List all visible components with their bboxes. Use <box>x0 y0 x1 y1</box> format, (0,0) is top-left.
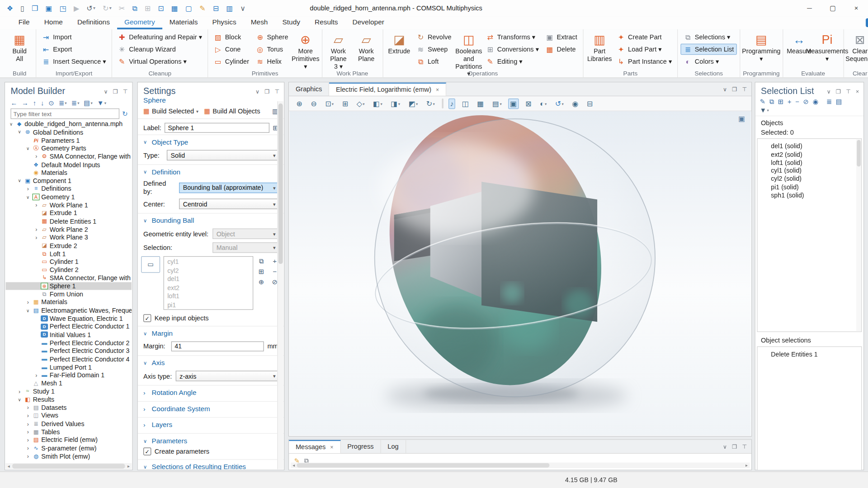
create-part-button[interactable]: ✦Create Part <box>614 32 675 42</box>
float-panel-icon[interactable]: ❐ <box>732 86 737 92</box>
section-rotation-angle[interactable]: ›Rotation Angle <box>138 385 284 399</box>
section-parameters[interactable]: ∨Parameters <box>138 434 284 447</box>
delete-icon[interactable]: ▦▾ <box>171 5 178 12</box>
copy-selection-icon[interactable]: ⧉ <box>257 257 266 265</box>
maximize-button[interactable]: ▢ <box>821 0 844 17</box>
export-button[interactable]: ⇤Export <box>39 44 108 55</box>
expander-icon[interactable] <box>17 397 22 402</box>
expander-icon[interactable] <box>33 154 39 160</box>
measurements-button[interactable]: PiMeasurements ▾ <box>814 31 840 68</box>
build-all-button[interactable]: ▦Build All <box>6 31 33 68</box>
load-part-button[interactable]: ✦Load Part ▾ <box>614 44 675 55</box>
copy-icon[interactable]: ⧉ <box>769 99 774 105</box>
tree-item[interactable]: ↳ SMA Connector, Flange with <box>5 274 132 282</box>
cone-button[interactable]: ▷Cone <box>211 44 252 55</box>
expander-icon[interactable] <box>33 235 39 240</box>
expander-icon[interactable] <box>33 202 39 208</box>
object-list-item[interactable]: loft1 (solid) <box>758 159 862 167</box>
pin-panel-icon[interactable]: ⊤ <box>846 88 851 94</box>
go-to-default-view-icon[interactable]: ◇▾ <box>355 98 366 108</box>
tab-home[interactable]: Home <box>37 17 70 29</box>
grid-icon[interactable]: ▦▾ <box>476 98 486 108</box>
tree-item[interactable]: ▭ Cylinder 2 <box>5 266 132 274</box>
tree-item[interactable]: ≡ Definitions <box>5 185 132 193</box>
undo-icon[interactable]: ↺▾ <box>86 5 95 12</box>
view-zx-icon[interactable]: ◩▾ <box>407 98 420 108</box>
collapse-panel-icon[interactable]: ∨ <box>827 88 831 94</box>
selection-object-list[interactable]: cyl1cyl2del1ext2loft1pi1 <box>164 256 254 310</box>
expander-icon[interactable] <box>25 308 31 313</box>
close-panel-icon[interactable]: × <box>856 88 859 94</box>
filter-icon[interactable]: ▼▾ <box>97 99 106 106</box>
expander-icon[interactable] <box>33 226 39 232</box>
pin-panel-icon[interactable]: ⊤ <box>742 86 747 92</box>
expander-icon[interactable] <box>25 445 31 451</box>
tree-item[interactable]: A Geometry 1 <box>5 193 132 201</box>
selection-object-item[interactable]: cyl1 <box>167 258 249 267</box>
tab-results[interactable]: Results <box>307 17 345 29</box>
view-xy-icon[interactable]: ◧▾ <box>371 98 384 108</box>
tree-item[interactable]: ▤ Datasets <box>5 404 132 412</box>
cut-icon[interactable]: ✂▾ <box>119 5 125 12</box>
camera-icon[interactable]: ◉▾ <box>571 98 580 108</box>
lock-icon[interactable]: ⊠▾ <box>524 98 533 108</box>
zoom-extents-icon[interactable]: ⊡▾ <box>323 98 335 108</box>
tree-item[interactable]: ⊛ Global Definitions <box>5 128 132 136</box>
collapse-all-icon[interactable]: ≣▾ <box>71 99 79 106</box>
open-icon[interactable]: ❒▾ <box>32 5 38 12</box>
collapse-panel-icon[interactable]: ∨ <box>723 86 727 92</box>
paste-icon[interactable]: ⊞ <box>778 99 783 105</box>
section-definition[interactable]: ∨Definition <box>138 165 284 178</box>
import-button[interactable]: ⇥Import <box>39 32 108 42</box>
label-input[interactable] <box>165 123 269 133</box>
tree-item[interactable]: ▧ Electric Field (emw) <box>5 436 132 444</box>
run-icon[interactable]: ▶▾ <box>74 5 79 12</box>
expander-icon[interactable] <box>25 429 31 435</box>
tree-item[interactable]: ▬ Perfect Electric Conductor 3 <box>5 347 132 355</box>
object-list-item[interactable]: cyl1 (solid) <box>758 167 862 175</box>
programming-button[interactable]: ▤Programming ▾ <box>743 31 779 68</box>
tab-materials[interactable]: Materials <box>162 17 205 29</box>
active-selection-toggle[interactable]: ▭ <box>141 256 160 273</box>
zoom-to-selection-icon[interactable]: ⊕ <box>257 278 266 286</box>
section-bounding-ball[interactable]: ∨Bounding Ball <box>138 214 284 227</box>
colors-button[interactable]: ◐Colors ▾ <box>681 56 737 67</box>
preview-icon[interactable]: ⊟▾ <box>213 5 219 12</box>
graphics-canvas[interactable]: ▣ <box>289 111 750 436</box>
horizontal-scrollbar[interactable]: ◂▸ <box>5 463 132 469</box>
tree-filter-input[interactable] <box>10 108 119 119</box>
tree-item[interactable]: ❖ Default Model Inputs <box>5 160 132 169</box>
back-icon[interactable]: ←▾ <box>10 99 17 106</box>
filter-icon[interactable]: ▼▾ <box>760 107 769 113</box>
selection-object-item[interactable]: loft1 <box>167 292 249 301</box>
torus-button[interactable]: ◎Torus <box>253 44 291 55</box>
tree-item[interactable]: D Perfect Electric Conductor 1 <box>5 323 132 331</box>
close-tab-icon[interactable]: × <box>330 444 333 450</box>
save-as-icon[interactable]: ◳▾ <box>60 5 66 12</box>
tab-progress[interactable]: Progress <box>340 440 381 453</box>
tree-item[interactable]: ▤ Electromagnetic Waves, Frequen <box>5 306 132 314</box>
view-yz-icon[interactable]: ◨▾ <box>389 98 402 108</box>
expander-icon[interactable] <box>17 130 22 135</box>
tree-item[interactable]: ◪ Extrude 1 <box>5 209 132 217</box>
cylinder-button[interactable]: ▭Cylinder <box>211 56 252 67</box>
tree-item[interactable]: ▭ Cylinder 1 <box>5 258 132 266</box>
pin-panel-icon[interactable]: ⊤ <box>123 88 128 94</box>
tab-geometry[interactable]: Geometry <box>117 17 162 29</box>
show-icon[interactable]: ⊙▾ <box>48 99 54 106</box>
tree-item[interactable]: ◫ Views <box>5 412 132 420</box>
float-panel-icon[interactable]: ❐ <box>732 443 737 449</box>
tree-item[interactable]: ▣ Component 1 <box>5 177 132 185</box>
object-list-item[interactable]: ext2 (solid) <box>758 150 862 159</box>
print-icon[interactable]: ⊟▾ <box>585 98 594 108</box>
center-dropdown[interactable]: Centroid <box>179 199 278 209</box>
selection-object-item[interactable]: cyl2 <box>167 267 249 275</box>
help-button[interactable]: ? <box>866 18 868 27</box>
close-button[interactable]: × <box>844 0 868 17</box>
revolve-button[interactable]: ↻Revolve <box>414 32 454 42</box>
copy-icon[interactable]: ⧉▾ <box>132 5 137 12</box>
expander-icon[interactable] <box>25 299 31 305</box>
transforms-button[interactable]: ⇄Transforms ▾ <box>483 32 542 42</box>
expander-icon[interactable] <box>9 122 14 127</box>
hide-icon[interactable]: ⊘ <box>803 99 808 105</box>
